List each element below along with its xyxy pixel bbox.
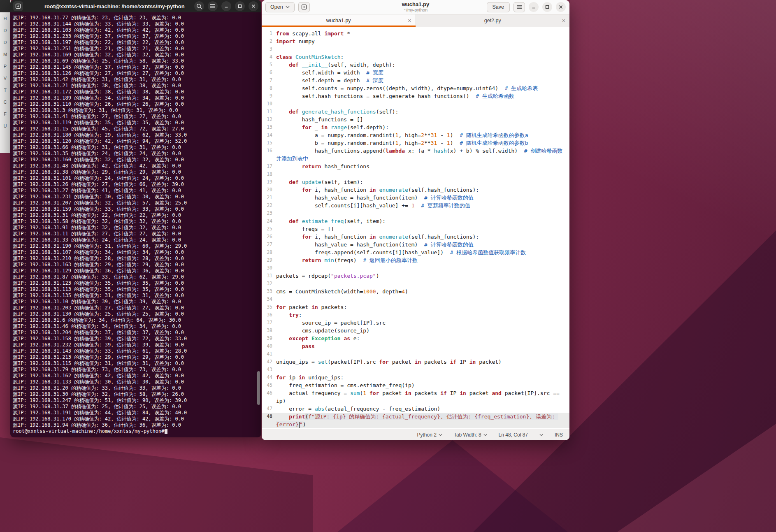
editor-close-button[interactable] bbox=[556, 2, 566, 12]
editor-new-tab-button[interactable] bbox=[298, 2, 310, 12]
code-line[interactable]: 21 hash_value = hash_function(item) # 计算… bbox=[262, 194, 569, 202]
cursor-position[interactable]: Ln 48, Col 87 bbox=[499, 432, 528, 438]
code-line[interactable]: 3 bbox=[262, 45, 569, 53]
editor-maximize-button[interactable] bbox=[542, 2, 552, 12]
code-line[interactable]: 9 self.hash_functions = self.generate_ha… bbox=[262, 92, 569, 100]
code-line[interactable]: 24 def estimate_freq(self, item): bbox=[262, 217, 569, 225]
code-line[interactable]: 32 bbox=[262, 280, 569, 288]
terminal-menu-button[interactable] bbox=[208, 1, 218, 11]
terminal-line: 源IP: 192.168.31.110 的精确值为: 26, 估计值为: 26,… bbox=[13, 101, 261, 107]
code-line[interactable]: 37 source_ip = packet[IP].src bbox=[262, 319, 569, 327]
code-line[interactable]: 27 hash_value = hash_function(item) # 计算… bbox=[262, 241, 569, 249]
editor-titlebar[interactable]: Open wucha1.py ~/my-python Save bbox=[262, 0, 569, 14]
tab-close-icon[interactable]: × bbox=[562, 18, 565, 23]
code-line[interactable]: 29 return min(freqs) # 返回最小的频率计数 bbox=[262, 256, 569, 264]
code-area[interactable]: 1from scapy.all import *2import numpy34c… bbox=[262, 27, 569, 429]
terminal-line: 源IP: 192.168.31.143 的精确值为: 33, 估计值为: 61,… bbox=[13, 348, 261, 354]
code-line[interactable]: 17 return hash_functions bbox=[262, 163, 569, 170]
strip-item: D bbox=[4, 40, 7, 45]
code-line[interactable]: 35for packet in packets: bbox=[262, 303, 569, 311]
code-line[interactable]: 34 bbox=[262, 295, 569, 303]
terminal-body[interactable]: 源IP: 192.168.31.77 的精确值为: 23, 估计值为: 23, … bbox=[10, 12, 261, 437]
tab-width-label: Tab Width: 8 bbox=[454, 432, 481, 438]
code-line[interactable]: 22 self.counts[i][hash_value] += 1 # 更新频… bbox=[262, 202, 569, 209]
open-button[interactable]: Open bbox=[265, 2, 295, 12]
code-line[interactable]: 31packets = rdpcap("packets.pcap") bbox=[262, 272, 569, 280]
code-line[interactable]: 23 bbox=[262, 209, 569, 217]
goto-line-chevron[interactable] bbox=[539, 434, 543, 436]
terminal-line: 源IP: 192.168.31.158 的精确值为: 39, 估计值为: 72,… bbox=[13, 336, 261, 342]
terminal-scrollbar[interactable] bbox=[257, 371, 260, 405]
tab-close-icon[interactable]: × bbox=[408, 18, 411, 23]
terminal-line: 源IP: 192.168.31.133 的精确值为: 30, 估计值为: 30,… bbox=[13, 379, 261, 385]
code-line[interactable]: 38 cms.update(source_ip) bbox=[262, 327, 569, 335]
code-line[interactable]: 14 a = numpy.random.randint(1, high=2**3… bbox=[262, 131, 569, 139]
code-line[interactable]: 41 bbox=[262, 350, 569, 358]
code-line[interactable]: 20 for i, hash_function in enumerate(sel… bbox=[262, 186, 569, 194]
code-line[interactable]: 25 freqs = [] bbox=[262, 225, 569, 233]
code-line[interactable]: 15 b = numpy.random.randint(1, high=2**3… bbox=[262, 139, 569, 147]
tab-width-selector[interactable]: Tab Width: 8 bbox=[454, 432, 487, 438]
terminal-minimize-button[interactable] bbox=[221, 1, 231, 11]
code-line[interactable]: 18 bbox=[262, 170, 569, 178]
code-line[interactable]: 26 for i, hash_function in enumerate(sel… bbox=[262, 233, 569, 241]
line-number: 6 bbox=[262, 69, 276, 77]
terminal-line: 源IP: 192.168.31.10 的精确值为: 39, 估计值为: 39, … bbox=[13, 299, 261, 305]
terminal-titlebar[interactable]: root@xxntss-virtual-machine: /home/xxnts… bbox=[10, 0, 261, 12]
terminal-line: 源IP: 192.168.31.191 的精确值为: 44, 估计值为: 84,… bbox=[13, 410, 261, 416]
strip-items: HDDMPVTCFU bbox=[0, 12, 10, 128]
terminal-line: 源IP: 192.168.31.58 的精确值为: 32, 估计值为: 32, … bbox=[13, 218, 261, 225]
code-line[interactable]: 45 freq_estimation = cms.estimate_freq(i… bbox=[262, 381, 569, 389]
code-line[interactable]: 13 for _ in range(self.depth): bbox=[262, 123, 569, 131]
terminal-line: 源IP: 192.168.31.145 的精确值为: 37, 估计值为: 37,… bbox=[13, 64, 261, 70]
code-line[interactable]: 33cms = CountMinSketch(width=1000, depth… bbox=[262, 288, 569, 295]
code-line[interactable]: 4class CountMinSketch: bbox=[262, 53, 569, 61]
language-selector[interactable]: Python 2 bbox=[417, 432, 442, 438]
terminal-line: 源IP: 192.168.31.48 的精确值为: 42, 估计值为: 42, … bbox=[13, 163, 261, 169]
strip-item: H bbox=[4, 16, 7, 21]
search-button[interactable] bbox=[194, 1, 204, 11]
code-line[interactable]: 42unique_ips = set(packet[IP].src for pa… bbox=[262, 358, 569, 366]
line-number: 8 bbox=[262, 84, 276, 92]
code-line[interactable]: 6 self.width = width # 宽度 bbox=[262, 69, 569, 77]
line-number: 1 bbox=[262, 30, 276, 37]
code-line[interactable]: 11 def generate_hash_functions(self): bbox=[262, 108, 569, 116]
terminal-line: 源IP: 192.168.31.33 的精确值为: 24, 估计值为: 24, … bbox=[13, 237, 261, 243]
terminal-title: root@xxntss-virtual-machine: /home/xxnts… bbox=[44, 3, 194, 9]
tab-bar: wucha1.py × get2.py × bbox=[262, 14, 569, 27]
code-line[interactable]: 44for ip in unique_ips: bbox=[262, 374, 569, 381]
code-line[interactable]: 12 hash_functions = [] bbox=[262, 116, 569, 123]
editor-minimize-button[interactable] bbox=[529, 2, 539, 12]
code-line[interactable]: 8 self.counts = numpy.zeros((depth, widt… bbox=[262, 84, 569, 92]
terminal-maximize-button[interactable] bbox=[235, 1, 245, 11]
code-line[interactable]: 46 actual_frequency = sum(1 for packet i… bbox=[262, 389, 569, 405]
code-line[interactable]: 1from scapy.all import * bbox=[262, 30, 569, 37]
code-line[interactable]: 36 try: bbox=[262, 311, 569, 319]
code-line[interactable]: 43 bbox=[262, 366, 569, 374]
terminal-line: 源IP: 192.168.31.190 的精确值为: 31, 估计值为: 60,… bbox=[13, 243, 261, 249]
tab-wucha1[interactable]: wucha1.py × bbox=[262, 14, 416, 27]
code-line[interactable]: 40 pass bbox=[262, 342, 569, 350]
code-lines: 1from scapy.all import *2import numpy34c… bbox=[262, 30, 569, 428]
save-button[interactable]: Save bbox=[487, 2, 510, 12]
editor-menu-button[interactable] bbox=[513, 2, 525, 12]
terminal-line: 源IP: 192.168.31.172 的精确值为: 38, 估计值为: 38,… bbox=[13, 89, 261, 95]
new-tab-button[interactable] bbox=[13, 1, 23, 11]
background-window-titlebar bbox=[0, 0, 10, 12]
code-line[interactable]: 48 print(f"源IP: {ip} 的精确值为: {actual_freq… bbox=[262, 413, 569, 428]
code-line[interactable]: 28 freqs.append(self.counts[i][hash_valu… bbox=[262, 249, 569, 256]
code-line[interactable]: 7 self.depth = depth # 深度 bbox=[262, 77, 569, 84]
code-line[interactable]: 10 bbox=[262, 100, 569, 108]
code-line[interactable]: 2import numpy bbox=[262, 37, 569, 45]
terminal-line: 源IP: 192.168.31.94 的精确值为: 36, 估计值为: 36, … bbox=[13, 422, 261, 428]
code-line[interactable]: 19 def update(self, item): bbox=[262, 178, 569, 186]
terminal-line: 源IP: 192.168.31.38 的精确值为: 29, 估计值为: 29, … bbox=[13, 169, 261, 175]
terminal-close-button[interactable] bbox=[249, 1, 258, 11]
terminal-line: 源IP: 192.168.31.204 的精确值为: 37, 估计值为: 37,… bbox=[13, 330, 261, 336]
code-line[interactable]: 5 def __init__(self, width, depth): bbox=[262, 61, 569, 69]
code-line[interactable]: 16 hash_functions.append(lambda x: (a * … bbox=[262, 147, 569, 163]
code-line[interactable]: 39 except Exception as e: bbox=[262, 335, 569, 342]
code-line[interactable]: 47 error = abs(actual_frequency - freq_e… bbox=[262, 405, 569, 413]
tab-get2[interactable]: get2.py × bbox=[416, 14, 570, 27]
code-line[interactable]: 30 bbox=[262, 264, 569, 272]
